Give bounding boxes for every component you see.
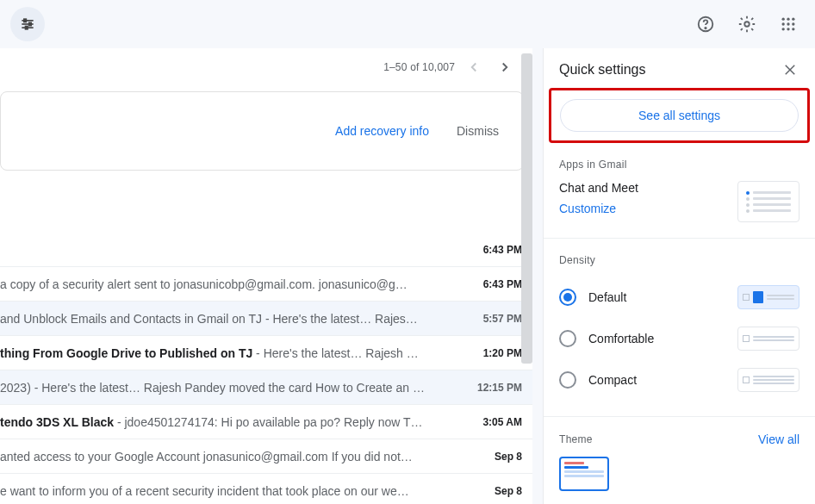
email-content: 2023) - Here's the latest… Rajesh Pandey… (0, 381, 467, 395)
email-content: tendo 3DS XL Black - jdoe4501274174: Hi … (0, 415, 467, 429)
email-content: thing From Google Drive to Published on … (0, 346, 467, 360)
density-compact[interactable]: Compact (559, 359, 799, 401)
apps-section-title: Apps in Gmail (559, 159, 799, 171)
email-content: and Unblock Emails and Contacts in Gmail… (0, 312, 467, 326)
view-all-themes-link[interactable]: View all (758, 432, 799, 446)
top-bar (0, 0, 815, 48)
email-row[interactable]: thing From Google Drive to Published on … (0, 336, 532, 370)
email-content: a copy of a security alert sent to jonas… (0, 277, 467, 291)
email-preview: a copy of a security alert sent to jonas… (0, 277, 408, 291)
email-row[interactable]: e want to inform you of a recent securit… (0, 474, 532, 504)
email-subject: thing From Google Drive to Published on … (0, 346, 252, 360)
customize-link[interactable]: Customize (559, 202, 616, 215)
density-comfortable-label: Comfortable (588, 332, 654, 345)
svg-point-16 (787, 28, 789, 30)
tune-icon (19, 16, 36, 33)
help-icon (696, 15, 715, 34)
quick-settings-panel: Quick settings See all settings Apps in … (543, 48, 815, 504)
apps-section: Apps in Gmail Chat and Meet Customize (544, 143, 815, 239)
email-subject: tendo 3DS XL Black (0, 415, 114, 429)
density-default-label: Default (588, 290, 626, 304)
next-page-button[interactable] (493, 55, 517, 79)
apps-button[interactable] (772, 8, 805, 40)
email-time: 5:57 PM (467, 313, 522, 325)
svg-rect-3 (24, 19, 26, 22)
see-all-settings-button[interactable]: See all settings (560, 99, 799, 132)
dismiss-button[interactable]: Dismiss (457, 124, 499, 138)
density-section-title: Density (559, 254, 799, 266)
email-time: Sep 8 (467, 451, 522, 463)
recovery-banner: Add recovery info Dismiss (0, 91, 524, 171)
email-row[interactable]: anted access to your Google Account jona… (0, 439, 532, 474)
email-subject: 2023) (0, 381, 31, 395)
svg-point-17 (792, 28, 794, 30)
apps-preview (737, 181, 799, 222)
email-row[interactable]: tendo 3DS XL Black - jdoe4501274174: Hi … (0, 405, 532, 439)
radio-comfortable[interactable] (559, 330, 576, 347)
filter-button[interactable] (10, 7, 45, 41)
svg-rect-4 (29, 22, 32, 25)
add-recovery-link[interactable]: Add recovery info (335, 124, 429, 138)
email-time: 6:43 PM (467, 244, 522, 256)
svg-point-12 (782, 22, 785, 25)
email-preview: anted access to your Google Account jona… (0, 450, 413, 464)
svg-point-15 (782, 28, 785, 30)
email-content: anted access to your Google Account jona… (0, 450, 467, 464)
email-time: 3:05 AM (467, 416, 522, 428)
email-subject: and Unblock Emails and Contacts in Gmail… (0, 312, 262, 326)
chevron-left-icon (466, 59, 482, 75)
email-time: 12:15 PM (467, 382, 522, 394)
email-row[interactable]: 2023) - Here's the latest… Rajesh Pandey… (0, 370, 532, 405)
svg-point-9 (782, 18, 785, 21)
prev-page-button[interactable] (462, 55, 486, 79)
theme-thumbnail[interactable] (559, 457, 609, 491)
radio-default[interactable] (559, 289, 576, 306)
email-row[interactable]: a copy of a security alert sent to jonas… (0, 267, 532, 302)
email-preview: - Here's the latest… Rajesh Pandey moved… (31, 381, 425, 395)
svg-point-13 (787, 22, 789, 25)
email-preview: - Here's the latest… Rajes… (262, 312, 418, 326)
settings-button[interactable] (731, 8, 763, 40)
email-preview: - jdoe4501274174: Hi po available pa po?… (114, 415, 423, 429)
topbar-right (689, 8, 805, 40)
quick-settings-header: Quick settings (544, 48, 815, 88)
scrollbar[interactable] (521, 53, 532, 364)
density-section: Density Default Comfortable Compact (544, 239, 815, 417)
close-button[interactable] (781, 60, 799, 79)
svg-rect-5 (26, 27, 28, 29)
email-time: Sep 8 (467, 485, 522, 497)
email-content: e want to inform you of a recent securit… (0, 484, 467, 498)
density-comfortable-preview (737, 327, 799, 351)
quick-settings-title: Quick settings (559, 62, 645, 78)
density-default-preview (737, 285, 799, 309)
svg-point-8 (744, 22, 750, 27)
theme-section: Theme View all (544, 417, 815, 457)
density-default[interactable]: Default (559, 277, 799, 318)
density-compact-label: Compact (588, 373, 637, 387)
density-comfortable[interactable]: Comfortable (559, 318, 799, 359)
email-row[interactable]: 6:43 PM (0, 233, 532, 267)
pagination-row: 1–50 of 10,007 (0, 48, 532, 86)
email-time: 6:43 PM (467, 278, 522, 290)
density-compact-preview (737, 368, 799, 392)
close-icon (782, 62, 798, 78)
gear-icon (737, 15, 756, 34)
pagination-text: 1–50 of 10,007 (383, 61, 455, 73)
theme-title: Theme (559, 433, 593, 445)
see-all-highlight: See all settings (549, 88, 810, 143)
chat-and-meet-label: Chat and Meet (559, 181, 638, 195)
email-preview: e want to inform you of a recent securit… (0, 484, 409, 498)
svg-point-14 (792, 22, 794, 25)
email-time: 1:20 PM (467, 347, 522, 359)
email-preview: - Here's the latest… Rajesh … (252, 346, 419, 360)
inbox-area: 1–50 of 10,007 Add recovery info Dismiss… (0, 48, 532, 504)
svg-point-11 (792, 18, 794, 21)
chevron-right-icon (497, 59, 513, 75)
svg-point-10 (787, 18, 789, 21)
svg-point-7 (705, 28, 706, 28)
help-button[interactable] (689, 8, 722, 40)
radio-compact[interactable] (559, 371, 576, 389)
email-row[interactable]: and Unblock Emails and Contacts in Gmail… (0, 302, 532, 336)
apps-grid-icon (780, 16, 797, 33)
